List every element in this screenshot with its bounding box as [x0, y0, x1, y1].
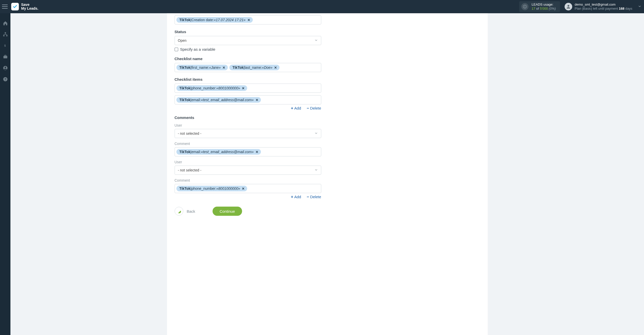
select-value: - not selected - [178, 168, 202, 172]
check-icon [13, 4, 17, 9]
label-comment: Comment [175, 142, 321, 146]
pill-remove-icon[interactable]: ✕ [222, 66, 225, 70]
checkbox-icon [175, 48, 178, 51]
page-body: TikTok | Creation date: «17.07.2024 17:2… [10, 13, 644, 335]
svg-point-3 [567, 5, 569, 7]
specify-variable-label: Specify as a variable [180, 47, 215, 51]
pencil-icon [177, 209, 181, 213]
nav-connections[interactable] [3, 32, 8, 37]
svg-rect-4 [5, 32, 6, 33]
checklist-add[interactable]: +Add [291, 106, 301, 110]
nav-billing[interactable]: $ [3, 43, 8, 48]
pill-remove-icon[interactable]: ✕ [242, 187, 245, 191]
nav-tools[interactable] [3, 54, 8, 60]
sidebar: $ ? [0, 13, 10, 335]
form-footer: Back Continue [175, 207, 321, 216]
plus-icon: + [291, 195, 293, 199]
chevron-down-icon [314, 168, 318, 172]
svg-point-1 [525, 6, 525, 6]
comment-user-select[interactable]: - not selected - [175, 129, 321, 138]
pill-phone[interactable]: TikTok | phone_number: «8001000000»✕ [176, 85, 247, 91]
comments-add[interactable]: +Add [291, 195, 301, 199]
back-label: Back [187, 209, 195, 213]
form-card: TikTok | Creation date: «17.07.2024 17:2… [167, 13, 488, 335]
checklist-delete[interactable]: −Delete [307, 106, 321, 110]
menu-toggle[interactable] [2, 5, 8, 9]
dollar-icon: $ [4, 43, 7, 48]
home-icon [3, 21, 8, 26]
label-comment: Comment [175, 178, 321, 182]
svg-rect-6 [6, 35, 7, 36]
question-icon: ? [3, 77, 8, 82]
continue-button[interactable]: Continue [213, 207, 242, 216]
label-status: Status [175, 30, 321, 34]
checklist-item-row[interactable]: TikTok | email: «test_email_address@mail… [175, 95, 321, 104]
pill-remove-icon[interactable]: ✕ [256, 98, 258, 102]
nav-help[interactable]: ? [3, 76, 8, 82]
svg-text:?: ? [4, 77, 6, 81]
sitemap-icon [3, 32, 8, 37]
nav-account[interactable] [3, 65, 8, 71]
pill-last-name[interactable]: TikTok | last_name: «Doe»✕ [229, 65, 279, 70]
app-header: SaveMy Leads. LEADS usage: 17 of 5'000 (… [0, 0, 644, 13]
checklist-name-field[interactable]: TikTok | first_name: «Jane»✕ TikTok | la… [175, 63, 321, 72]
briefcase-icon [3, 55, 8, 59]
svg-rect-2 [525, 6, 525, 8]
status-select[interactable]: Open [175, 36, 321, 45]
plus-icon: + [291, 106, 293, 110]
label-comments: Comments [175, 115, 321, 120]
nav-home[interactable] [3, 20, 8, 26]
minus-icon: − [307, 195, 309, 199]
leads-usage[interactable]: LEADS usage: 17 of 5'000 (0%) [519, 1, 560, 12]
specify-variable-checkbox[interactable]: Specify as a variable [175, 47, 321, 51]
label-checklist-name: Checklist name [175, 57, 321, 61]
svg-rect-5 [3, 35, 4, 36]
comments-delete[interactable]: −Delete [307, 195, 321, 199]
brand-text: SaveMy Leads. [21, 3, 38, 10]
pill-remove-icon[interactable]: ✕ [247, 18, 250, 22]
minus-icon: − [307, 106, 309, 110]
creation-date-field[interactable]: TikTok | Creation date: «17.07.2024 17:2… [175, 15, 321, 24]
pill-remove-icon[interactable]: ✕ [274, 66, 277, 70]
pill-email[interactable]: TikTok | email: «test_email_address@mail… [176, 149, 261, 155]
label-checklist-items: Checklist items [175, 77, 321, 82]
status-value: Open [178, 38, 187, 43]
info-icon [521, 3, 528, 10]
select-value: - not selected - [178, 131, 202, 136]
avatar-icon [565, 3, 572, 10]
label-user: User [175, 160, 321, 164]
checklist-item-row[interactable]: TikTok | phone_number: «8001000000»✕ [175, 84, 321, 93]
comment-user-select[interactable]: - not selected - [175, 166, 321, 175]
svg-text:$: $ [4, 44, 6, 47]
svg-rect-8 [3, 56, 7, 58]
pill-remove-icon[interactable]: ✕ [242, 86, 245, 90]
svg-rect-9 [5, 55, 6, 56]
comment-field[interactable]: TikTok | phone_number: «8001000000»✕ [175, 184, 321, 193]
chevron-down-icon[interactable] [638, 5, 641, 9]
user-meta: demo_sml_test@gmail.com Plan |Basic| lef… [575, 3, 632, 10]
pill-remove-icon[interactable]: ✕ [256, 150, 258, 154]
comment-field[interactable]: TikTok | email: «test_email_address@mail… [175, 147, 321, 156]
chevron-down-icon [314, 131, 318, 136]
back-button[interactable] [175, 207, 183, 216]
leads-usage-text: LEADS usage: 17 of 5'000 (0%) [531, 3, 556, 11]
pill-phone[interactable]: TikTok | phone_number: «8001000000»✕ [176, 186, 247, 191]
label-user: User [175, 123, 321, 127]
app-logo[interactable] [11, 3, 19, 10]
chevron-down-icon [314, 38, 318, 43]
user-menu[interactable]: demo_sml_test@gmail.com Plan |Basic| lef… [565, 3, 641, 10]
svg-point-11 [5, 67, 6, 68]
pill-first-name[interactable]: TikTok | first_name: «Jane»✕ [176, 65, 228, 70]
pill-email[interactable]: TikTok | email: «test_email_address@mail… [176, 97, 261, 103]
user-icon [3, 65, 8, 71]
pill-creation-date[interactable]: TikTok | Creation date: «17.07.2024 17:2… [176, 17, 253, 23]
